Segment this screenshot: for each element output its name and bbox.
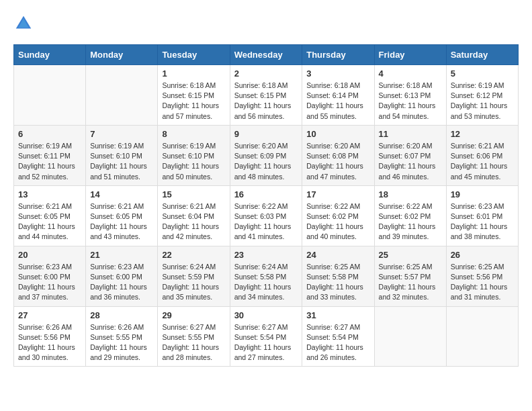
calendar-cell: 28Sunrise: 6:26 AM Sunset: 5:55 PM Dayli… [86, 306, 158, 367]
calendar-cell [86, 65, 158, 126]
day-info: Sunrise: 6:23 AM Sunset: 6:00 PM Dayligh… [18, 262, 81, 303]
week-row: 1Sunrise: 6:18 AM Sunset: 6:15 PM Daylig… [14, 65, 519, 126]
day-number: 24 [306, 250, 369, 260]
calendar-cell: 16Sunrise: 6:22 AM Sunset: 6:03 PM Dayli… [230, 185, 302, 246]
day-info: Sunrise: 6:21 AM Sunset: 6:04 PM Dayligh… [162, 201, 225, 242]
logo-icon [13, 13, 34, 34]
calendar-cell: 19Sunrise: 6:23 AM Sunset: 6:01 PM Dayli… [446, 185, 518, 246]
logo [13, 13, 36, 34]
day-number: 5 [451, 68, 514, 79]
day-number: 26 [451, 250, 514, 260]
calendar-cell: 3Sunrise: 6:18 AM Sunset: 6:14 PM Daylig… [302, 65, 374, 126]
calendar-cell: 18Sunrise: 6:22 AM Sunset: 6:02 PM Dayli… [374, 185, 446, 246]
day-number: 19 [451, 189, 514, 199]
day-number: 18 [379, 189, 442, 199]
day-of-week-header: Wednesday [230, 45, 302, 65]
day-number: 30 [234, 310, 298, 320]
day-info: Sunrise: 6:25 AM Sunset: 5:57 PM Dayligh… [379, 262, 442, 303]
day-number: 23 [234, 250, 298, 260]
day-info: Sunrise: 6:18 AM Sunset: 6:15 PM Dayligh… [234, 81, 298, 122]
day-number: 16 [234, 189, 298, 199]
day-info: Sunrise: 6:20 AM Sunset: 6:07 PM Dayligh… [379, 141, 442, 182]
day-info: Sunrise: 6:27 AM Sunset: 5:54 PM Dayligh… [234, 322, 298, 363]
calendar-cell: 6Sunrise: 6:19 AM Sunset: 6:11 PM Daylig… [14, 125, 86, 185]
day-number: 27 [18, 310, 81, 320]
day-number: 29 [162, 310, 225, 320]
day-number: 9 [234, 129, 298, 139]
day-of-week-header: Thursday [302, 45, 374, 65]
calendar-cell: 15Sunrise: 6:21 AM Sunset: 6:04 PM Dayli… [158, 185, 230, 246]
calendar-cell [374, 306, 446, 367]
calendar-cell: 8Sunrise: 6:19 AM Sunset: 6:10 PM Daylig… [158, 125, 230, 185]
day-number: 15 [162, 189, 225, 199]
calendar-cell: 9Sunrise: 6:20 AM Sunset: 6:09 PM Daylig… [230, 125, 302, 185]
calendar-cell: 14Sunrise: 6:21 AM Sunset: 6:05 PM Dayli… [86, 185, 158, 246]
week-row: 13Sunrise: 6:21 AM Sunset: 6:05 PM Dayli… [14, 185, 519, 246]
calendar-cell: 21Sunrise: 6:23 AM Sunset: 6:00 PM Dayli… [86, 246, 158, 306]
day-number: 31 [306, 310, 369, 320]
calendar-cell: 30Sunrise: 6:27 AM Sunset: 5:54 PM Dayli… [230, 306, 302, 367]
calendar-cell: 26Sunrise: 6:25 AM Sunset: 5:56 PM Dayli… [446, 246, 518, 306]
day-info: Sunrise: 6:18 AM Sunset: 6:15 PM Dayligh… [162, 81, 225, 122]
day-info: Sunrise: 6:20 AM Sunset: 6:09 PM Dayligh… [234, 141, 298, 182]
day-info: Sunrise: 6:18 AM Sunset: 6:13 PM Dayligh… [379, 81, 442, 122]
day-number: 1 [162, 68, 225, 79]
day-info: Sunrise: 6:21 AM Sunset: 6:05 PM Dayligh… [18, 201, 81, 242]
day-number: 7 [90, 129, 153, 139]
day-info: Sunrise: 6:19 AM Sunset: 6:12 PM Dayligh… [451, 81, 514, 122]
calendar-cell: 17Sunrise: 6:22 AM Sunset: 6:02 PM Dayli… [302, 185, 374, 246]
calendar-cell: 31Sunrise: 6:27 AM Sunset: 5:54 PM Dayli… [302, 306, 374, 367]
day-number: 17 [306, 189, 369, 199]
calendar-cell: 11Sunrise: 6:20 AM Sunset: 6:07 PM Dayli… [374, 125, 446, 185]
calendar-cell [14, 65, 86, 126]
day-info: Sunrise: 6:22 AM Sunset: 6:02 PM Dayligh… [306, 201, 369, 242]
day-number: 11 [379, 129, 442, 139]
day-info: Sunrise: 6:22 AM Sunset: 6:02 PM Dayligh… [379, 201, 442, 242]
week-row: 20Sunrise: 6:23 AM Sunset: 6:00 PM Dayli… [14, 246, 519, 306]
day-info: Sunrise: 6:26 AM Sunset: 5:56 PM Dayligh… [18, 322, 81, 363]
day-info: Sunrise: 6:19 AM Sunset: 6:10 PM Dayligh… [90, 141, 153, 182]
day-of-week-header: Monday [86, 45, 158, 65]
calendar-cell: 10Sunrise: 6:20 AM Sunset: 6:08 PM Dayli… [302, 125, 374, 185]
week-row: 27Sunrise: 6:26 AM Sunset: 5:56 PM Dayli… [14, 306, 519, 367]
day-info: Sunrise: 6:22 AM Sunset: 6:03 PM Dayligh… [234, 201, 298, 242]
calendar-cell: 24Sunrise: 6:25 AM Sunset: 5:58 PM Dayli… [302, 246, 374, 306]
calendar-cell: 29Sunrise: 6:27 AM Sunset: 5:55 PM Dayli… [158, 306, 230, 367]
day-number: 20 [18, 250, 81, 260]
day-number: 3 [306, 68, 369, 79]
day-info: Sunrise: 6:25 AM Sunset: 5:56 PM Dayligh… [451, 262, 514, 303]
day-number: 12 [451, 129, 514, 139]
day-number: 4 [379, 68, 442, 79]
calendar-cell: 7Sunrise: 6:19 AM Sunset: 6:10 PM Daylig… [86, 125, 158, 185]
calendar-cell: 13Sunrise: 6:21 AM Sunset: 6:05 PM Dayli… [14, 185, 86, 246]
calendar-cell [446, 306, 518, 367]
day-info: Sunrise: 6:24 AM Sunset: 5:59 PM Dayligh… [162, 262, 225, 303]
page-header [13, 13, 519, 34]
day-info: Sunrise: 6:25 AM Sunset: 5:58 PM Dayligh… [306, 262, 369, 303]
calendar-cell: 1Sunrise: 6:18 AM Sunset: 6:15 PM Daylig… [158, 65, 230, 126]
day-of-week-header: Friday [374, 45, 446, 65]
day-number: 14 [90, 189, 153, 199]
calendar-cell: 12Sunrise: 6:21 AM Sunset: 6:06 PM Dayli… [446, 125, 518, 185]
day-number: 6 [18, 129, 81, 139]
day-number: 10 [306, 129, 369, 139]
calendar-header-row: SundayMondayTuesdayWednesdayThursdayFrid… [14, 45, 519, 65]
calendar-table: SundayMondayTuesdayWednesdayThursdayFrid… [13, 44, 519, 367]
day-info: Sunrise: 6:26 AM Sunset: 5:55 PM Dayligh… [90, 322, 153, 363]
day-number: 13 [18, 189, 81, 199]
day-info: Sunrise: 6:21 AM Sunset: 6:06 PM Dayligh… [451, 141, 514, 182]
day-info: Sunrise: 6:23 AM Sunset: 6:00 PM Dayligh… [90, 262, 153, 303]
calendar-cell: 25Sunrise: 6:25 AM Sunset: 5:57 PM Dayli… [374, 246, 446, 306]
calendar-cell: 27Sunrise: 6:26 AM Sunset: 5:56 PM Dayli… [14, 306, 86, 367]
day-number: 25 [379, 250, 442, 260]
day-info: Sunrise: 6:21 AM Sunset: 6:05 PM Dayligh… [90, 201, 153, 242]
calendar-cell: 20Sunrise: 6:23 AM Sunset: 6:00 PM Dayli… [14, 246, 86, 306]
day-number: 28 [90, 310, 153, 320]
calendar-cell: 23Sunrise: 6:24 AM Sunset: 5:58 PM Dayli… [230, 246, 302, 306]
day-info: Sunrise: 6:24 AM Sunset: 5:58 PM Dayligh… [234, 262, 298, 303]
calendar-cell: 22Sunrise: 6:24 AM Sunset: 5:59 PM Dayli… [158, 246, 230, 306]
day-number: 22 [162, 250, 225, 260]
day-info: Sunrise: 6:19 AM Sunset: 6:10 PM Dayligh… [162, 141, 225, 182]
calendar-cell: 5Sunrise: 6:19 AM Sunset: 6:12 PM Daylig… [446, 65, 518, 126]
day-info: Sunrise: 6:18 AM Sunset: 6:14 PM Dayligh… [306, 81, 369, 122]
